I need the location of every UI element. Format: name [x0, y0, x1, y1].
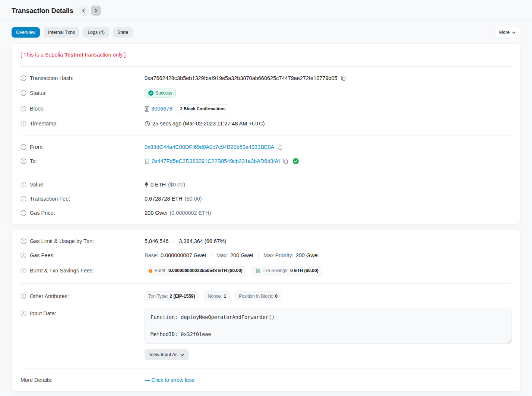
status-label: Status:: [30, 90, 47, 96]
txn-savings-badge-value: 0 ETH ($0.00): [290, 268, 318, 273]
divider: [20, 368, 512, 368]
txn-type-value: 2 (EIP-1559): [170, 294, 195, 299]
svg-text:?: ?: [22, 106, 24, 111]
separator: |: [171, 238, 177, 244]
copy-from-address-button[interactable]: [276, 144, 284, 150]
divider: [20, 66, 512, 67]
view-input-as-button[interactable]: View Input As: [145, 349, 189, 360]
block-number-link[interactable]: 3006678: [151, 106, 172, 112]
max-priority-label: Max Priority:: [263, 252, 294, 258]
row-label: ? From:: [20, 144, 145, 150]
tab-logs[interactable]: Logs (4): [83, 27, 109, 38]
txn-savings-badge-label: Txn Savings:: [263, 268, 288, 273]
block-label: Block:: [30, 106, 45, 112]
row-label: More Details:: [20, 377, 145, 383]
transaction-hash-label: Transaction Hash:: [30, 75, 73, 81]
input-data-label: Input Data:: [30, 310, 56, 316]
gas-price-amount: 200 Gwei: [145, 210, 167, 216]
svg-text:?: ?: [22, 253, 24, 257]
help-icon[interactable]: ?: [20, 252, 26, 258]
status-badge: Success: [145, 89, 176, 98]
copy-icon: [283, 159, 288, 164]
gas-usage-value: 3,364,364 (66.67%): [179, 238, 226, 244]
help-icon[interactable]: ?: [20, 106, 26, 112]
details-card: ? Gas Limit & Usage by Txn: 5,046,546 | …: [11, 230, 521, 392]
divider: [20, 173, 512, 173]
max-priority-value: 200 Gwei: [296, 252, 319, 258]
verified-check-icon: [293, 158, 299, 164]
svg-text:?: ?: [22, 145, 24, 149]
txn-savings-badge: Txn Savings: 0 ETH ($0.00): [251, 266, 322, 275]
next-txn-button[interactable]: [91, 6, 101, 16]
page-header: Transaction Details: [0, 0, 532, 21]
help-icon[interactable]: ?: [20, 144, 26, 150]
help-icon[interactable]: ?: [20, 238, 26, 244]
to-address-link[interactable]: 0x447Fd5eC2D383091C22B8549cb231a3bAD6d3f…: [152, 158, 280, 164]
help-icon[interactable]: ?: [20, 310, 26, 316]
contract-document-icon: [145, 159, 149, 164]
ethereum-icon: [145, 182, 148, 188]
transaction-fee-amount: 0.6728728 ETH: [145, 196, 183, 202]
value-row: ? Value: 0 ETH ($0.00): [20, 178, 512, 192]
status-badge-label: Success: [155, 90, 172, 96]
transaction-hash-row: ? Transaction Hash: 0xa7662428c3b5eb1329…: [20, 71, 512, 85]
more-dropdown-button[interactable]: More: [494, 27, 520, 38]
transaction-fee-usd: ($0.00): [185, 196, 202, 202]
show-less-toggle[interactable]: — Click to show less: [145, 377, 194, 383]
row-label: ? Transaction Fee:: [20, 196, 145, 202]
svg-text:?: ?: [22, 211, 24, 215]
tab-overview[interactable]: Overview: [12, 27, 40, 38]
help-icon[interactable]: ?: [20, 182, 26, 188]
to-row: ? To: 0x447Fd5eC2D383091C22B8549cb231a3b…: [20, 154, 512, 168]
copy-hash-button[interactable]: [340, 76, 347, 81]
copy-to-address-button[interactable]: [282, 159, 289, 164]
svg-text:?: ?: [22, 268, 24, 272]
timestamp-value: 25 secs ago (Mar-02-2023 11:27:48 AM +UT…: [152, 121, 265, 127]
burnt-badge-value: 0.000000000023550548 ETH ($0.00): [168, 268, 243, 273]
svg-text:?: ?: [22, 91, 24, 95]
gas-limit-row: ? Gas Limit & Usage by Txn: 5,046,546 | …: [20, 234, 512, 248]
tab-internal-txns[interactable]: Internal Txns: [44, 27, 79, 38]
help-icon[interactable]: ?: [20, 121, 26, 127]
help-icon[interactable]: ?: [20, 75, 26, 81]
row-label: ? Status:: [20, 90, 145, 96]
svg-text:?: ?: [22, 197, 24, 201]
row-label: ? Gas Price:: [20, 210, 145, 216]
from-label: From:: [30, 144, 44, 150]
svg-text:?: ?: [22, 182, 24, 186]
block-row: ? Block: 3006678 2 Block Confirmations: [20, 101, 512, 116]
gas-price-eth: (0.0000002 ETH): [170, 210, 211, 216]
chevron-left-icon: [82, 9, 86, 13]
divider: [20, 283, 512, 284]
txn-nav: [79, 6, 101, 16]
row-label: ? Block:: [20, 106, 145, 112]
chevron-down-icon: [180, 354, 184, 356]
transaction-fee-row: ? Transaction Fee: 0.6728728 ETH ($0.00): [20, 192, 512, 206]
gas-price-label: Gas Price:: [30, 210, 55, 216]
page-footer: A transaction is a cryptographically sig…: [0, 392, 532, 396]
input-data-textarea[interactable]: Function: deployNewOperatorAndForwarder(…: [145, 308, 512, 344]
help-icon[interactable]: ?: [20, 210, 26, 216]
help-icon[interactable]: ?: [20, 293, 26, 299]
previous-txn-button[interactable]: [79, 6, 89, 16]
separator: |: [208, 252, 214, 258]
help-icon[interactable]: ?: [20, 90, 26, 96]
help-icon[interactable]: ?: [20, 196, 26, 202]
from-address-link[interactable]: 0x83dC44a4C00DFf69d0A0c7c94B20b53a4933BE…: [145, 144, 274, 150]
gas-limit-value: 5,046,546: [145, 238, 169, 244]
to-label: To:: [30, 158, 37, 164]
from-row: ? From: 0x83dC44a4C00DFf69d0A0c7c94B20b5…: [20, 140, 512, 154]
check-circle-icon: [148, 90, 153, 96]
chevron-down-icon: [512, 31, 516, 34]
help-icon[interactable]: ?: [20, 158, 26, 164]
tab-state[interactable]: State: [113, 27, 133, 38]
row-label: ? Other Attributes:: [20, 293, 145, 299]
other-attributes-row: ? Other Attributes: Txn Type: 2 (EIP-155…: [20, 288, 512, 304]
help-icon[interactable]: ?: [20, 268, 26, 274]
row-label: ? Value:: [20, 182, 145, 188]
tabs-row: Overview Internal Txns Logs (4) State Mo…: [0, 21, 532, 38]
copy-icon: [341, 76, 346, 81]
txn-type-badge: Txn Type: 2 (EIP-1559): [145, 291, 199, 301]
position-in-block-badge: Position In Block: 0: [235, 291, 281, 301]
timestamp-label: Timestamp:: [30, 121, 58, 127]
